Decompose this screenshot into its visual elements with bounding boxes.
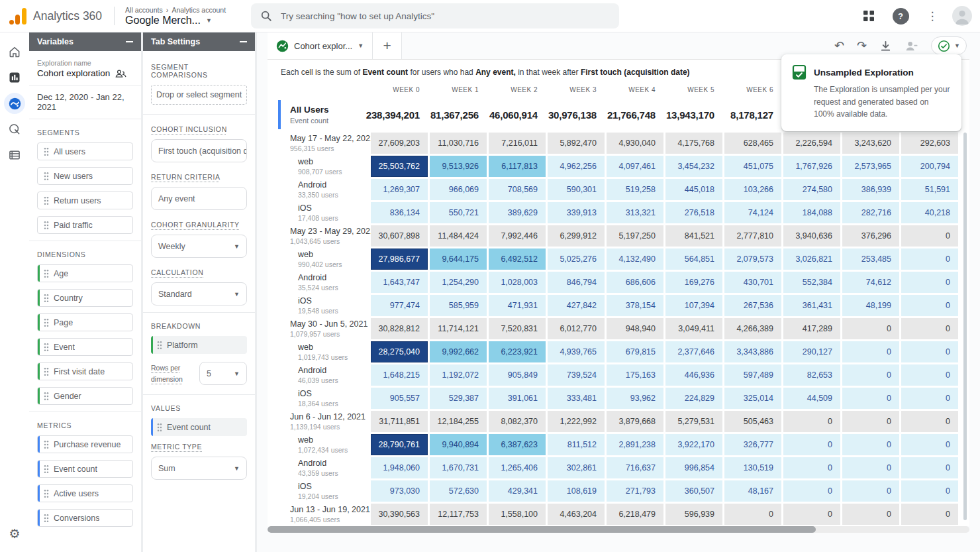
data-cell[interactable]: 2,573,965 — [842, 156, 899, 177]
data-cell[interactable]: 3,879,668 — [607, 411, 663, 432]
data-cell[interactable]: 0 — [901, 388, 958, 409]
data-cell[interactable]: 2,891,238 — [607, 434, 663, 455]
chip-gender[interactable]: Gender — [37, 387, 133, 405]
data-cell[interactable]: 679,815 — [607, 341, 663, 362]
data-cell[interactable]: 200,794 — [901, 156, 958, 177]
data-cell[interactable]: 8,082,370 — [489, 411, 546, 432]
data-cell[interactable]: 11,484,424 — [430, 225, 487, 247]
data-cell[interactable]: 48,167 — [724, 480, 781, 502]
data-cell[interactable]: 0 — [842, 388, 899, 409]
data-cell[interactable]: 1,643,747 — [371, 272, 428, 293]
data-cell[interactable]: 628,465 — [724, 133, 781, 154]
data-cell[interactable]: 2,079,573 — [724, 248, 781, 270]
data-cell[interactable]: 0 — [783, 457, 840, 478]
share-user-icon[interactable] — [905, 40, 918, 52]
data-cell[interactable]: 1,222,992 — [548, 411, 605, 432]
data-cell[interactable]: 108,619 — [548, 480, 605, 502]
data-cell[interactable]: 13,943,170 — [665, 100, 722, 129]
data-cell[interactable]: 948,940 — [607, 318, 663, 339]
data-cell[interactable]: 93,962 — [607, 388, 663, 409]
data-cell[interactable]: 1,269,307 — [371, 179, 428, 200]
data-cell[interactable]: 82,653 — [783, 364, 840, 386]
sampling-status-button[interactable]: ▼ — [931, 36, 967, 55]
metric-type-select[interactable]: Sum▼ — [151, 457, 247, 480]
data-cell[interactable]: 391,061 — [489, 388, 546, 409]
data-cell[interactable]: 529,387 — [430, 388, 487, 409]
undo-icon[interactable]: ↶ — [834, 40, 844, 52]
data-cell[interactable]: 48,199 — [842, 295, 899, 316]
account-switcher[interactable]: All accounts›Analytics account Google Me… — [125, 6, 226, 27]
data-cell[interactable]: 274,580 — [783, 179, 840, 200]
data-cell[interactable]: 417,289 — [783, 318, 840, 339]
data-cell[interactable]: 471,931 — [489, 295, 546, 316]
data-cell[interactable]: 6,218,479 — [607, 504, 663, 525]
data-cell[interactable]: 11,030,716 — [430, 133, 487, 154]
data-cell[interactable]: 4,097,461 — [607, 156, 663, 177]
data-cell[interactable]: 376,296 — [842, 225, 899, 247]
data-cell[interactable]: 360,507 — [665, 480, 722, 502]
data-cell[interactable]: 2,377,646 — [665, 341, 722, 362]
data-cell[interactable]: 427,842 — [548, 295, 605, 316]
data-cell[interactable]: 3,454,232 — [665, 156, 722, 177]
minimize-panel-button[interactable] — [240, 41, 247, 42]
data-cell[interactable]: 0 — [783, 504, 840, 525]
chip-conversions[interactable]: Conversions — [37, 509, 133, 527]
data-cell[interactable]: 339,913 — [548, 202, 605, 223]
data-cell[interactable]: 130,519 — [724, 457, 781, 478]
data-cell[interactable]: 811,512 — [548, 434, 605, 455]
data-cell[interactable]: 0 — [842, 411, 899, 432]
data-cell[interactable]: 1,028,003 — [489, 272, 546, 293]
data-cell[interactable]: 169,276 — [665, 272, 722, 293]
data-cell[interactable]: 11,714,121 — [430, 318, 487, 339]
data-cell[interactable]: 564,851 — [665, 248, 722, 270]
data-cell[interactable]: 572,630 — [430, 480, 487, 502]
nav-explore-icon[interactable] — [4, 93, 25, 114]
data-cell[interactable]: 0 — [901, 318, 958, 339]
data-cell[interactable]: 0 — [842, 480, 899, 502]
chip-page[interactable]: Page — [37, 313, 133, 331]
nav-home-icon[interactable] — [4, 41, 25, 62]
data-cell[interactable]: 21,766,748 — [607, 100, 663, 129]
data-cell[interactable]: 9,992,662 — [430, 341, 487, 362]
data-cell[interactable]: 4,463,204 — [548, 504, 605, 525]
avatar[interactable] — [952, 6, 972, 26]
data-cell[interactable]: 175,163 — [607, 364, 663, 386]
data-cell[interactable]: 27,986,677 — [371, 248, 428, 270]
data-cell[interactable]: 282,716 — [842, 202, 899, 223]
calculation-select[interactable]: Standard▼ — [151, 282, 247, 305]
data-cell[interactable]: 267,536 — [724, 295, 781, 316]
data-cell[interactable]: 430,701 — [724, 272, 781, 293]
date-range-picker[interactable]: Dec 12, 2020 - Jan 22, 2021 — [37, 92, 133, 112]
data-cell[interactable]: 30,828,812 — [371, 318, 428, 339]
data-cell[interactable]: 4,266,389 — [724, 318, 781, 339]
data-cell[interactable]: 0 — [901, 411, 958, 432]
data-cell[interactable]: 3,026,821 — [783, 248, 840, 270]
data-cell[interactable]: 905,557 — [371, 388, 428, 409]
data-cell[interactable]: 0 — [842, 457, 899, 478]
data-cell[interactable]: 0 — [842, 434, 899, 455]
more-options-icon[interactable]: ⋮ — [920, 4, 944, 28]
data-cell[interactable]: 224,829 — [665, 388, 722, 409]
data-cell[interactable]: 51,591 — [901, 179, 958, 200]
data-cell[interactable]: 290,127 — [783, 341, 840, 362]
chip-platform[interactable]: Platform — [151, 336, 247, 354]
data-cell[interactable]: 5,197,250 — [607, 225, 663, 247]
data-cell[interactable]: 1,192,072 — [430, 364, 487, 386]
data-cell[interactable]: 550,721 — [430, 202, 487, 223]
data-cell[interactable]: 0 — [901, 364, 958, 386]
data-cell[interactable]: 28,275,040 — [371, 341, 428, 362]
data-cell[interactable]: 0 — [901, 341, 958, 362]
data-cell[interactable]: 28,790,761 — [371, 434, 428, 455]
data-cell[interactable]: 361,431 — [783, 295, 840, 316]
data-cell[interactable]: 378,154 — [607, 295, 663, 316]
data-cell[interactable]: 0 — [901, 457, 958, 478]
data-cell[interactable]: 451,075 — [724, 156, 781, 177]
data-cell[interactable]: 0 — [901, 480, 958, 502]
data-cell[interactable]: 966,069 — [430, 179, 487, 200]
tab-cohort-exploration[interactable]: Cohort explor... ▼ — [268, 32, 373, 59]
data-cell[interactable]: 2,226,594 — [783, 133, 840, 154]
data-cell[interactable]: 905,849 — [489, 364, 546, 386]
data-cell[interactable]: 7,216,011 — [489, 133, 546, 154]
chip-return-users[interactable]: Return users — [37, 192, 133, 209]
data-cell[interactable]: 253,485 — [842, 248, 899, 270]
